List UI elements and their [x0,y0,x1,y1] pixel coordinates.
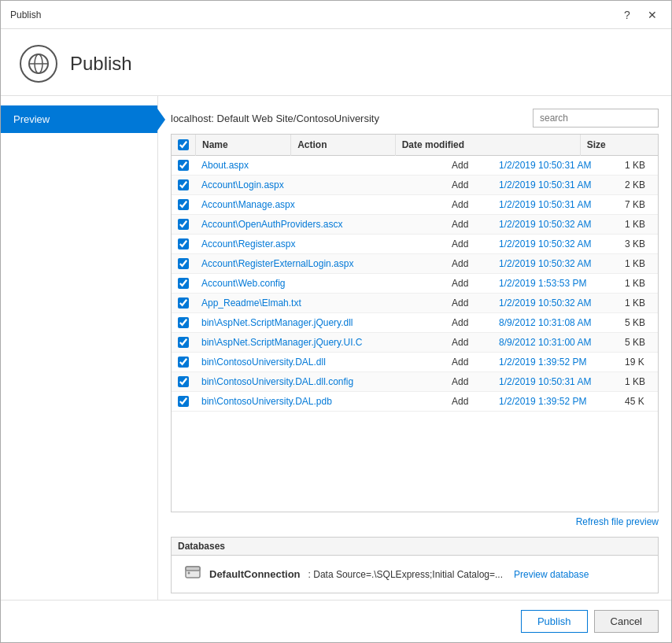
row-action: Add [445,176,493,195]
row-size: 1 KB [618,215,658,235]
refresh-file-preview-link[interactable]: Refresh file preview [576,513,659,530]
row-size: 5 KB [618,313,658,333]
title-bar: Publish ? ✕ [1,1,671,29]
row-checkbox-7[interactable] [178,297,189,309]
row-action: Add [445,333,493,353]
row-name: Account\RegisterExternalLogin.aspx [195,254,445,274]
publish-button[interactable]: Publish [521,610,588,633]
row-name: Account\Login.aspx [195,176,445,195]
row-checkbox-cell [172,156,195,176]
row-action: Add [445,392,493,412]
db-connection-string: : Data Source=.\SQLExpress;Initial Catal… [308,569,503,580]
row-date: 1/2/2019 10:50:31 AM [493,176,618,195]
cancel-button[interactable]: Cancel [594,610,659,633]
row-checkbox-cell [172,333,195,353]
row-date: 1/2/2019 10:50:31 AM [493,156,618,176]
row-name: bin\AspNet.ScriptManager.jQuery.UI.C [195,333,445,353]
row-date: 1/2/2019 1:39:52 PM [493,392,618,412]
header-size: Size [580,135,658,156]
row-checkbox-cell [172,215,195,235]
row-checkbox-0[interactable] [178,160,189,171]
header-checkbox-cell [172,135,196,156]
page-title: Publish [70,53,132,75]
help-button[interactable]: ? [618,6,637,24]
row-checkbox-1[interactable] [178,179,189,190]
row-checkbox-6[interactable] [178,278,189,289]
table-row: bin\AspNet.ScriptManager.jQuery.dll Add … [172,313,658,333]
row-date: 1/2/2019 10:50:31 AM [493,372,618,392]
row-checkbox-10[interactable] [178,357,189,368]
row-checkbox-cell [172,274,195,294]
row-size: 1 KB [618,372,658,392]
row-date: 1/2/2019 1:39:52 PM [493,353,618,372]
row-size: 3 KB [618,235,658,254]
header-date: Date modified [395,135,580,156]
svg-point-5 [188,572,190,575]
main-content: localhost: Default Web Site/ContosoUnive… [158,96,671,600]
row-size: 1 KB [618,294,658,313]
file-table: Name Action Date modified Size [172,135,658,156]
sidebar-item-label: Preview [13,113,50,125]
row-checkbox-cell [172,195,195,215]
row-action: Add [445,274,493,294]
row-action: Add [445,156,493,176]
svg-rect-4 [186,567,200,571]
table-row: bin\ContosoUniversity.DAL.pdb Add 1/2/20… [172,392,658,412]
row-date: 1/2/2019 10:50:31 AM [493,195,618,215]
table-row: Account\Manage.aspx Add 1/2/2019 10:50:3… [172,195,658,215]
row-date: 1/2/2019 10:50:32 AM [493,254,618,274]
preview-database-link[interactable]: Preview database [514,569,589,580]
footer: Publish Cancel [1,600,671,642]
table-scroll[interactable]: About.aspx Add 1/2/2019 10:50:31 AM 1 KB… [172,156,658,512]
row-size: 1 KB [618,254,658,274]
publish-icon [20,45,57,83]
row-size: 1 KB [618,274,658,294]
row-name: Account\Web.config [195,274,445,294]
row-name: Account\Register.aspx [195,235,445,254]
row-checkbox-cell [172,372,195,392]
title-bar-controls: ? ✕ [618,6,662,24]
location-text: localhost: Default Web Site/ContosoUnive… [171,113,379,124]
search-input[interactable] [533,109,659,127]
row-checkbox-12[interactable] [178,396,189,407]
row-checkbox-cell [172,313,195,333]
row-size: 2 KB [618,176,658,195]
table-row: Account\Register.aspx Add 1/2/2019 10:50… [172,235,658,254]
row-checkbox-cell [172,392,195,412]
row-checkbox-4[interactable] [178,238,189,249]
row-action: Add [445,353,493,372]
row-checkbox-9[interactable] [178,337,189,348]
row-checkbox-8[interactable] [178,317,189,328]
content-area: Preview localhost: Default Web Site/Cont… [1,96,671,600]
close-button[interactable]: ✕ [643,6,662,24]
row-size: 45 K [618,392,658,412]
row-checkbox-5[interactable] [178,258,189,269]
row-checkbox-3[interactable] [178,219,189,230]
table-row: Account\Login.aspx Add 1/2/2019 10:50:31… [172,176,658,195]
row-checkbox-cell [172,176,195,195]
file-table-body: About.aspx Add 1/2/2019 10:50:31 AM 1 KB… [172,156,658,412]
row-date: 1/2/2019 1:53:53 PM [493,274,618,294]
databases-legend: Databases [172,538,658,556]
row-size: 7 KB [618,195,658,215]
row-checkbox-cell [172,353,195,372]
row-action: Add [445,372,493,392]
row-action: Add [445,313,493,333]
database-icon [184,564,201,585]
row-checkbox-cell [172,294,195,313]
table-row: App_Readme\Elmah.txt Add 1/2/2019 10:50:… [172,294,658,313]
row-date: 8/9/2012 10:31:08 AM [493,313,618,333]
row-name: Account\OpenAuthProviders.ascx [195,215,445,235]
header-section: Publish [1,29,671,96]
row-date: 1/2/2019 10:50:32 AM [493,294,618,313]
row-name: Account\Manage.aspx [195,195,445,215]
databases-section: Databases DefaultConnection : Data Sourc… [171,537,659,593]
sidebar-item-preview[interactable]: Preview [1,105,157,133]
file-table-container: Name Action Date modified Size [171,134,659,512]
row-checkbox-2[interactable] [178,199,189,210]
header-name: Name [196,135,291,156]
table-row: About.aspx Add 1/2/2019 10:50:31 AM 1 KB [172,156,658,176]
select-all-checkbox[interactable] [178,139,189,150]
row-checkbox-cell [172,235,195,254]
row-checkbox-11[interactable] [178,376,189,387]
